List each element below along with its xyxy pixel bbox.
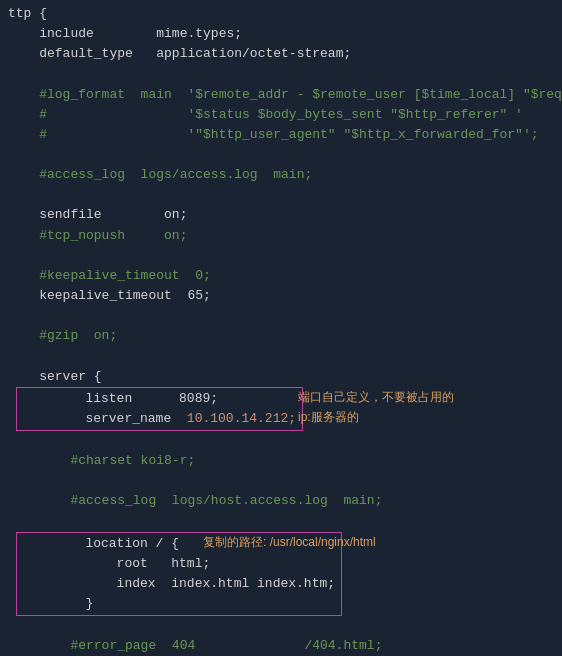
line-server-name: server_name 10.100.14.212; — [23, 409, 296, 429]
line-blank-2 — [8, 145, 554, 165]
line-location-close: } — [23, 594, 335, 614]
line-gzip: #gzip on; — [8, 326, 554, 346]
line-blank-6 — [8, 346, 554, 366]
line-keepalive-comment: #keepalive_timeout 0; — [8, 266, 554, 286]
line-index: index index.html index.htm; — [23, 574, 335, 594]
line-tcp-nopush: #tcp_nopush on; — [8, 226, 554, 246]
line-blank-1 — [8, 64, 554, 84]
line-root: root html; — [23, 554, 335, 574]
line-blank-5 — [8, 306, 554, 326]
server-config-block: listen 8089; server_name 10.100.14.212; … — [8, 387, 554, 431]
location-block-wrapper: location / { root html; index index.html… — [8, 532, 554, 617]
line-keepalive: keepalive_timeout 65; — [8, 286, 554, 306]
line-blank-7 — [8, 431, 554, 451]
line-log-format-2: # '$status $body_bytes_sent "$http_refer… — [8, 105, 554, 125]
code-editor: ttp { include mime.types; default_type a… — [0, 0, 562, 656]
line-server-open: server { — [8, 367, 554, 387]
annotation-ip: ip:服务器的 — [298, 409, 359, 426]
line-1: ttp { — [8, 4, 554, 24]
line-3: default_type application/octet-stream; — [8, 44, 554, 64]
annotation-server: 端口自己定义，不要被占用的 — [298, 389, 454, 406]
line-2: include mime.types; — [8, 24, 554, 44]
line-host-access-log: #access_log logs/host.access.log main; — [8, 491, 554, 511]
line-sendfile: sendfile on; — [8, 205, 554, 225]
line-log-format-3: # '"$http_user_agent" "$http_x_forwarded… — [8, 125, 554, 145]
line-blank-3 — [8, 185, 554, 205]
line-listen: listen 8089; — [23, 389, 296, 409]
line-blank-10 — [8, 616, 554, 636]
line-blank-8 — [8, 471, 554, 491]
line-error-404: #error_page 404 /404.html; — [8, 636, 554, 656]
line-access-log: #access_log logs/access.log main; — [8, 165, 554, 185]
line-blank-4 — [8, 246, 554, 266]
line-log-format: #log_format main '$remote_addr - $remote… — [8, 85, 554, 105]
line-charset: #charset koi8-r; — [8, 451, 554, 471]
listen-server-box: listen 8089; server_name 10.100.14.212; — [16, 387, 303, 431]
annotation-location: 复制的路径: /usr/local/nginx/html — [203, 534, 376, 551]
line-blank-9 — [8, 512, 554, 532]
